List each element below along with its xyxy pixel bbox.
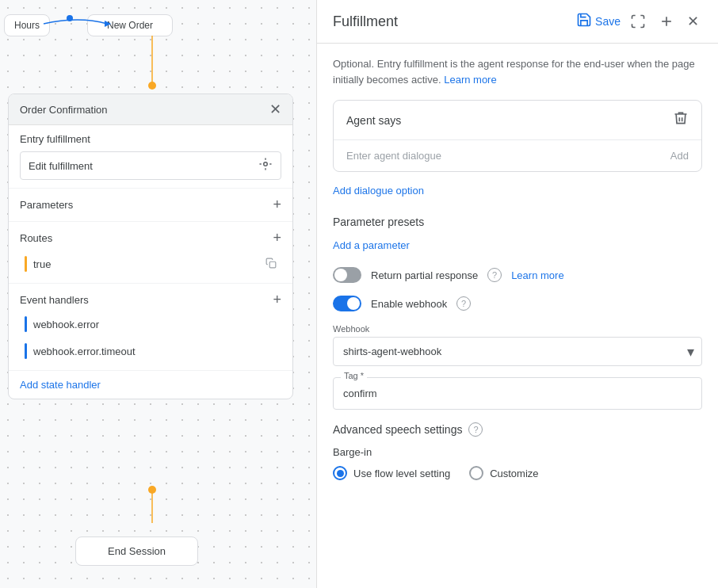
svg-point-0 <box>67 15 73 21</box>
oc-header-title: Order Confirmation <box>20 104 108 116</box>
add-dialogue-option-label: Add dialogue option <box>333 185 424 197</box>
svg-rect-7 <box>269 262 276 268</box>
close-button[interactable]: ✕ <box>684 10 702 33</box>
expand-button[interactable] <box>627 10 649 32</box>
collapse-button[interactable] <box>655 10 678 32</box>
parameters-section: Parameters + <box>9 189 292 222</box>
new-order-label: New Order <box>107 20 153 31</box>
routes-title: Routes <box>20 232 52 244</box>
event-handlers-section: Event handlers + webhook.error webhook.e… <box>9 284 292 371</box>
return-partial-help-icon[interactable]: ? <box>487 268 502 282</box>
tag-field-wrapper: Tag * <box>333 377 702 410</box>
fulfillment-header: Fulfillment Save <box>317 0 718 44</box>
parameter-presets-title: Parameter presets <box>333 216 702 228</box>
entry-fulfillment-title: Entry fulfillment <box>20 133 90 145</box>
enable-webhook-slider <box>333 296 361 311</box>
agent-says-title: Agent says <box>346 114 401 127</box>
node-hours[interactable]: Hours <box>4 14 50 36</box>
fulfillment-title: Fulfillment <box>333 13 398 30</box>
event-handlers-title: Event handlers <box>20 294 89 306</box>
enable-webhook-label: Enable webhook <box>371 298 447 310</box>
hours-label: Hours <box>14 20 40 31</box>
oc-header: Order Confirmation ✕ <box>9 94 292 125</box>
webhook-select-wrapper: shirts-agent-webhook ▾ <box>333 337 702 366</box>
info-text: Optional. Entry fulfillment is the agent… <box>333 56 702 87</box>
event-handler-webhook-error[interactable]: webhook.error <box>20 313 281 335</box>
agent-says-card: Agent says Add <box>333 100 702 172</box>
parameters-header[interactable]: Parameters + <box>20 197 281 213</box>
svg-point-3 <box>148 82 156 90</box>
event-handlers-add-icon[interactable]: + <box>273 292 281 308</box>
add-state-handler-label: Add state handler <box>9 371 112 399</box>
radio-label-flow-level: Use flow level setting <box>353 468 450 479</box>
edit-fulfillment-label: Edit fulfillment <box>29 160 93 172</box>
advanced-speech-help-icon[interactable]: ? <box>468 422 483 437</box>
radio-option-flow-level[interactable]: Use flow level setting <box>333 466 450 480</box>
barge-in-title: Barge-in <box>333 446 702 458</box>
parameters-add-icon[interactable]: + <box>273 197 281 213</box>
info-text-content: Optional. Entry fulfillment is the agent… <box>333 58 695 86</box>
enable-webhook-help-icon[interactable]: ? <box>456 296 471 311</box>
radio-group: Use flow level setting Customize <box>333 466 702 480</box>
save-button[interactable]: Save <box>576 12 621 32</box>
tag-input[interactable] <box>333 377 702 410</box>
webhook-field: Webhook shirts-agent-webhook ▾ <box>333 324 702 366</box>
fulfillment-body: Optional. Entry fulfillment is the agent… <box>317 44 718 493</box>
routes-add-icon[interactable]: + <box>273 230 281 246</box>
svg-point-6 <box>264 162 268 166</box>
agent-dialogue-row: Add <box>334 140 701 171</box>
svg-point-5 <box>148 486 156 494</box>
route-copy-icon <box>265 258 277 271</box>
agent-dialogue-input[interactable] <box>346 140 670 171</box>
node-new-order[interactable]: New Order <box>87 14 173 36</box>
enable-webhook-toggle[interactable] <box>333 296 361 311</box>
routes-section: Routes + true <box>9 222 292 284</box>
trash-icon-button[interactable] <box>673 110 689 130</box>
advanced-speech-row: Advanced speech settings ? <box>333 422 702 437</box>
edit-fulfillment-icon <box>258 157 273 174</box>
tag-label: Tag * <box>341 371 367 380</box>
event-label-2: webhook.error.timeout <box>33 346 277 357</box>
webhook-label: Webhook <box>333 324 702 334</box>
route-label-true: true <box>33 258 265 270</box>
add-state-handler[interactable]: Add state handler <box>9 371 292 399</box>
return-partial-toggle[interactable] <box>333 267 361 283</box>
entry-fulfillment-header[interactable]: Entry fulfillment <box>20 133 281 145</box>
save-icon <box>576 12 592 32</box>
return-partial-slider <box>333 267 361 283</box>
entry-fulfillment-section: Entry fulfillment Edit fulfillment <box>9 125 292 189</box>
parameter-presets-section: Parameter presets Add a parameter <box>333 216 702 267</box>
return-partial-learn-more[interactable]: Learn more <box>511 269 563 281</box>
end-session-label: End Session <box>108 545 166 557</box>
oc-close-button[interactable]: ✕ <box>269 102 281 116</box>
save-label: Save <box>595 15 621 28</box>
node-end-session[interactable]: End Session <box>75 536 198 566</box>
header-actions: Save ✕ <box>576 10 702 33</box>
fulfillment-panel: Fulfillment Save <box>317 0 718 588</box>
routes-header[interactable]: Routes + <box>20 230 281 246</box>
radio-option-customize[interactable]: Customize <box>469 466 538 480</box>
order-confirmation-panel: Order Confirmation ✕ Entry fulfillment E… <box>8 94 293 399</box>
route-indicator <box>25 256 27 272</box>
add-dialogue-link-button[interactable]: Add <box>670 150 689 162</box>
route-row-true[interactable]: true <box>20 253 281 275</box>
radio-label-customize: Customize <box>490 468 538 479</box>
return-partial-label: Return partial response <box>371 269 478 281</box>
edit-fulfillment-row[interactable]: Edit fulfillment <box>20 151 281 180</box>
flow-canvas: Hours New Order Order Confirmation ✕ Ent… <box>0 0 317 588</box>
add-dialogue-option-button[interactable]: Add dialogue option <box>333 181 424 200</box>
event-indicator-2 <box>25 343 27 359</box>
event-handlers-header[interactable]: Event handlers + <box>20 292 281 308</box>
event-indicator-1 <box>25 316 27 332</box>
radio-circle-flow-level <box>333 466 347 480</box>
webhook-select[interactable]: shirts-agent-webhook <box>333 337 702 366</box>
return-partial-response-row: Return partial response ? Learn more <box>333 267 702 283</box>
agent-says-header: Agent says <box>334 101 701 140</box>
radio-circle-customize <box>469 466 483 480</box>
add-parameter-button[interactable]: Add a parameter <box>333 236 410 254</box>
event-label-1: webhook.error <box>33 319 277 330</box>
event-handler-webhook-timeout[interactable]: webhook.error.timeout <box>20 340 281 362</box>
enable-webhook-row: Enable webhook ? <box>333 296 702 311</box>
learn-more-link-top[interactable]: Learn more <box>444 74 496 86</box>
barge-in-section: Barge-in Use flow level setting Customiz… <box>333 446 702 480</box>
